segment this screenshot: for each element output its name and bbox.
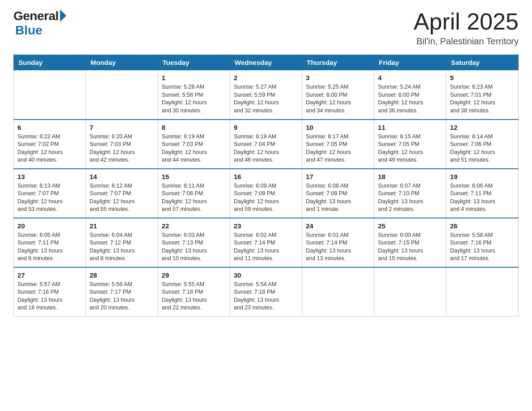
day-of-week-header: Thursday	[302, 55, 374, 70]
logo-blue-text: Blue	[15, 23, 43, 38]
day-number: 13	[17, 172, 82, 181]
calendar-cell: 19Sunrise: 6:06 AM Sunset: 7:11 PM Dayli…	[446, 169, 519, 218]
day-info: Sunrise: 6:14 AM Sunset: 7:06 PM Dayligh…	[450, 133, 515, 164]
title-block: April 2025 Bil'in, Palestinian Territory	[414, 9, 519, 47]
day-info: Sunrise: 6:00 AM Sunset: 7:15 PM Dayligh…	[378, 231, 442, 263]
calendar-cell: 2Sunrise: 5:27 AM Sunset: 5:59 PM Daylig…	[230, 70, 302, 120]
day-info: Sunrise: 6:01 AM Sunset: 7:14 PM Dayligh…	[306, 231, 370, 263]
day-info: Sunrise: 6:06 AM Sunset: 7:11 PM Dayligh…	[450, 182, 515, 214]
day-info: Sunrise: 5:28 AM Sunset: 5:58 PM Dayligh…	[162, 83, 226, 115]
month-year-title: April 2025	[414, 9, 519, 34]
calendar-cell: 21Sunrise: 6:04 AM Sunset: 7:12 PM Dayli…	[86, 218, 158, 267]
day-number: 1	[162, 73, 226, 82]
day-number: 2	[234, 73, 298, 82]
day-info: Sunrise: 5:54 AM Sunset: 7:18 PM Dayligh…	[234, 281, 298, 312]
day-number: 8	[162, 123, 226, 132]
day-info: Sunrise: 5:58 AM Sunset: 7:16 PM Dayligh…	[450, 231, 515, 263]
day-number: 16	[234, 172, 298, 181]
day-info: Sunrise: 5:55 AM Sunset: 7:18 PM Dayligh…	[162, 281, 226, 312]
calendar-cell: 12Sunrise: 6:14 AM Sunset: 7:06 PM Dayli…	[446, 120, 519, 169]
day-number: 21	[90, 221, 154, 231]
page-header: General Blue April 2025 Bil'in, Palestin…	[13, 9, 519, 47]
day-number: 27	[17, 270, 82, 280]
calendar-cell: 9Sunrise: 6:18 AM Sunset: 7:04 PM Daylig…	[230, 120, 302, 169]
day-of-week-header: Monday	[86, 55, 158, 70]
day-info: Sunrise: 5:27 AM Sunset: 5:59 PM Dayligh…	[234, 83, 298, 115]
day-of-week-header: Sunday	[14, 55, 86, 70]
day-of-week-header: Wednesday	[230, 55, 302, 70]
day-number: 11	[378, 123, 442, 132]
calendar-cell: 6Sunrise: 6:22 AM Sunset: 7:02 PM Daylig…	[14, 120, 86, 169]
calendar-cell: 15Sunrise: 6:11 AM Sunset: 7:08 PM Dayli…	[158, 169, 230, 218]
day-number: 5	[450, 73, 515, 82]
calendar-cell: 20Sunrise: 6:05 AM Sunset: 7:11 PM Dayli…	[14, 218, 86, 267]
day-info: Sunrise: 6:18 AM Sunset: 7:04 PM Dayligh…	[234, 133, 298, 164]
calendar-table: SundayMondayTuesdayWednesdayThursdayFrid…	[13, 55, 519, 317]
day-number: 14	[90, 172, 154, 181]
day-of-week-header: Saturday	[446, 55, 519, 70]
day-info: Sunrise: 6:22 AM Sunset: 7:02 PM Dayligh…	[17, 133, 82, 164]
day-number: 24	[306, 221, 370, 231]
calendar-cell: 5Sunrise: 6:23 AM Sunset: 7:01 PM Daylig…	[446, 70, 519, 120]
calendar-cell: 10Sunrise: 6:17 AM Sunset: 7:05 PM Dayli…	[302, 120, 374, 169]
day-info: Sunrise: 6:17 AM Sunset: 7:05 PM Dayligh…	[306, 133, 370, 164]
calendar-cell: 13Sunrise: 6:13 AM Sunset: 7:07 PM Dayli…	[14, 169, 86, 218]
day-number: 15	[162, 172, 226, 181]
calendar-cell: 16Sunrise: 6:09 AM Sunset: 7:09 PM Dayli…	[230, 169, 302, 218]
day-of-week-header: Tuesday	[158, 55, 230, 70]
calendar-cell: 17Sunrise: 6:08 AM Sunset: 7:09 PM Dayli…	[302, 169, 374, 218]
calendar-week-row: 13Sunrise: 6:13 AM Sunset: 7:07 PM Dayli…	[14, 169, 519, 218]
day-number: 23	[234, 221, 298, 231]
day-info: Sunrise: 6:20 AM Sunset: 7:03 PM Dayligh…	[90, 133, 154, 164]
day-number: 19	[450, 172, 515, 181]
calendar-cell: 22Sunrise: 6:03 AM Sunset: 7:13 PM Dayli…	[158, 218, 230, 267]
calendar-cell: 28Sunrise: 5:56 AM Sunset: 7:17 PM Dayli…	[86, 267, 158, 317]
calendar-cell: 7Sunrise: 6:20 AM Sunset: 7:03 PM Daylig…	[86, 120, 158, 169]
day-number: 22	[162, 221, 226, 231]
day-number: 4	[378, 73, 442, 82]
calendar-cell: 30Sunrise: 5:54 AM Sunset: 7:18 PM Dayli…	[230, 267, 302, 317]
day-number: 17	[306, 172, 370, 181]
logo-triangle-icon	[60, 9, 66, 22]
day-info: Sunrise: 5:24 AM Sunset: 6:00 PM Dayligh…	[378, 83, 442, 115]
day-number: 7	[90, 123, 154, 132]
day-number: 26	[450, 221, 515, 231]
calendar-cell	[14, 70, 86, 120]
day-info: Sunrise: 6:09 AM Sunset: 7:09 PM Dayligh…	[234, 182, 298, 214]
calendar-cell	[86, 70, 158, 120]
day-number: 10	[306, 123, 370, 132]
day-info: Sunrise: 6:04 AM Sunset: 7:12 PM Dayligh…	[90, 231, 154, 263]
day-info: Sunrise: 5:56 AM Sunset: 7:17 PM Dayligh…	[90, 281, 154, 312]
day-number: 12	[450, 123, 515, 132]
calendar-cell	[374, 267, 446, 317]
day-info: Sunrise: 6:05 AM Sunset: 7:11 PM Dayligh…	[17, 231, 82, 263]
day-number: 20	[17, 221, 82, 231]
day-number: 30	[234, 270, 298, 280]
day-info: Sunrise: 6:02 AM Sunset: 7:14 PM Dayligh…	[234, 231, 298, 263]
day-of-week-header: Friday	[374, 55, 446, 70]
day-info: Sunrise: 6:12 AM Sunset: 7:07 PM Dayligh…	[90, 182, 154, 214]
calendar-cell: 4Sunrise: 5:24 AM Sunset: 6:00 PM Daylig…	[374, 70, 446, 120]
day-info: Sunrise: 6:19 AM Sunset: 7:03 PM Dayligh…	[162, 133, 226, 164]
calendar-cell: 1Sunrise: 5:28 AM Sunset: 5:58 PM Daylig…	[158, 70, 230, 120]
calendar-cell: 14Sunrise: 6:12 AM Sunset: 7:07 PM Dayli…	[86, 169, 158, 218]
calendar-cell: 26Sunrise: 5:58 AM Sunset: 7:16 PM Dayli…	[446, 218, 519, 267]
logo: General Blue	[13, 9, 66, 38]
calendar-week-row: 20Sunrise: 6:05 AM Sunset: 7:11 PM Dayli…	[14, 218, 519, 267]
day-info: Sunrise: 6:13 AM Sunset: 7:07 PM Dayligh…	[17, 182, 82, 214]
day-number: 18	[378, 172, 442, 181]
day-number: 29	[162, 270, 226, 280]
day-number: 28	[90, 270, 154, 280]
day-info: Sunrise: 6:23 AM Sunset: 7:01 PM Dayligh…	[450, 83, 515, 115]
day-info: Sunrise: 6:07 AM Sunset: 7:10 PM Dayligh…	[378, 182, 442, 214]
calendar-week-row: 27Sunrise: 5:57 AM Sunset: 7:16 PM Dayli…	[14, 267, 519, 317]
calendar-cell: 3Sunrise: 5:25 AM Sunset: 6:00 PM Daylig…	[302, 70, 374, 120]
calendar-week-row: 6Sunrise: 6:22 AM Sunset: 7:02 PM Daylig…	[14, 120, 519, 169]
location-subtitle: Bil'in, Palestinian Territory	[414, 36, 519, 47]
calendar-cell: 27Sunrise: 5:57 AM Sunset: 7:16 PM Dayli…	[14, 267, 86, 317]
calendar-cell	[446, 267, 519, 317]
day-info: Sunrise: 6:03 AM Sunset: 7:13 PM Dayligh…	[162, 231, 226, 263]
calendar-cell: 25Sunrise: 6:00 AM Sunset: 7:15 PM Dayli…	[374, 218, 446, 267]
day-number: 6	[17, 123, 82, 132]
day-info: Sunrise: 6:11 AM Sunset: 7:08 PM Dayligh…	[162, 182, 226, 214]
